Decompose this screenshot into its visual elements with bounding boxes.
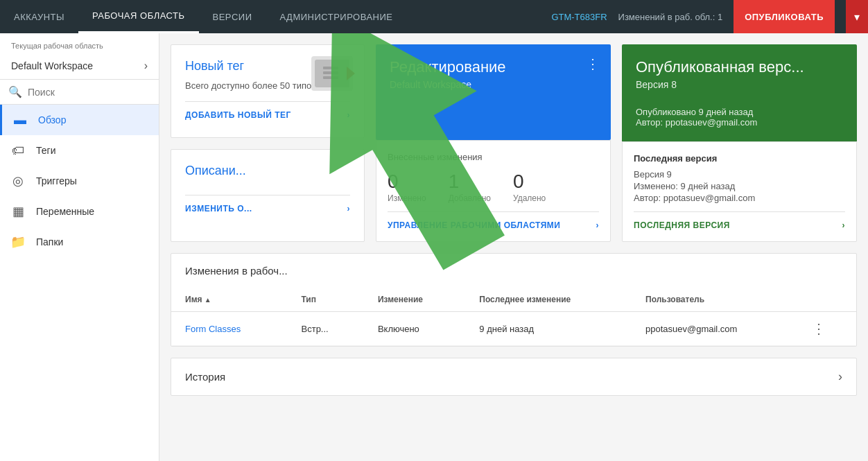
history-label: История [185,371,225,383]
sidebar-item-label: Теги [36,145,55,156]
workspace-label: Текущая рабочая область [0,33,159,53]
nav-workspace[interactable]: РАБОЧАЯ ОБЛАСТЬ [78,0,199,33]
col-name: Имя ▲ [171,288,288,312]
sidebar-item-overview[interactable]: ▬ Обзор [0,105,159,135]
nav-versions[interactable]: ВЕРСИИ [199,0,266,33]
overview-icon: ▬ [13,113,27,127]
version-number: Версия 9 [634,169,845,180]
chevron-right-icon: › [347,110,351,120]
changed-count: 0 Изменено [388,171,426,203]
main-content: Новый тег Всего доступно более 50 типов … [159,33,868,461]
published-author: Автор: ppotasuev@gmail.com [636,117,843,128]
sidebar-item-label: Обзор [38,114,66,125]
chevron-right-icon: › [842,220,846,230]
variables-icon: ▦ [11,205,25,218]
sort-icon: ▲ [205,296,211,304]
search-input[interactable] [28,87,150,98]
col-change: Изменение [364,288,465,312]
table-row: Form Classes Встр... Включено 9 дней наз… [171,312,856,346]
add-new-tag-link[interactable]: ДОБАВИТЬ НОВЫЙ ТЕГ › [185,101,350,120]
gtm-id: GTM-T683FR [551,12,607,22]
workspace-name: Default Workspace [11,60,93,71]
description-title: Описани... [185,164,350,178]
change-description-link[interactable]: ИЗМЕНИТЬ О... › [185,195,350,214]
history-card[interactable]: История › [171,358,857,396]
row-name[interactable]: Form Classes [171,312,288,346]
published-date: Опубликовано 9 дней назад [636,107,843,117]
changes-count-label: Изменений в раб. обл.: 1 [618,12,723,22]
sidebar-item-label: Папки [36,236,63,247]
search-icon: 🔍 [8,85,22,98]
sidebar-item-label: Переменные [36,206,94,217]
tag-svg-icon [322,65,342,82]
editing-card-bottom: Внесенные изменения 0 Изменено 1 Добавле… [376,140,611,242]
chevron-right-icon: › [347,204,351,214]
row-change: Включено [364,312,465,346]
sidebar-item-variables[interactable]: ▦ Переменные [0,196,159,227]
description-card: Описани... ИЗМЕНИТЬ О... › [171,149,365,243]
main-layout: Текущая рабочая область Default Workspac… [0,33,868,461]
more-options-icon[interactable]: ⋮ [586,55,600,72]
row-more[interactable]: ⋮ [798,312,856,346]
search-container: 🔍 [0,80,159,105]
editing-subtitle: Default Workspace [390,79,597,90]
top-navigation: АККАУНТЫ РАБОЧАЯ ОБЛАСТЬ ВЕРСИИ АДМИНИСТ… [0,0,868,33]
editing-card-column: Редактирование Default Workspace ⋮ Внесе… [376,44,611,242]
col-user: Пользователь [632,288,798,312]
deleted-count: 0 Удалено [513,171,546,203]
col-last-change: Последнее изменение [465,288,632,312]
published-info: Опубликовано 9 дней назад Автор: ppotasu… [636,107,843,128]
nav-admin[interactable]: АДМИНИСТРИРОВАНИЕ [266,0,406,33]
cards-row: Новый тег Всего доступно более 50 типов … [171,44,857,242]
workspace-selector[interactable]: Default Workspace › [0,53,159,80]
sidebar-item-triggers[interactable]: ◎ Триггеры [0,166,159,196]
published-card: Опубликованная верс... Версия 8 Опублико… [622,44,857,141]
sidebar: Текущая рабочая область Default Workspac… [0,33,159,461]
last-version-info: Версия 9 Изменено: 9 дней назад Автор: p… [634,169,845,203]
col-type: Тип [288,288,364,312]
svg-rect-0 [323,67,338,69]
last-version-title: Последняя версия [634,153,845,164]
sidebar-item-label: Триггеры [36,175,77,186]
last-version-link[interactable]: ПОСЛЕДНЯЯ ВЕРСИЯ › [634,211,845,230]
chevron-right-icon: › [144,60,148,72]
published-card-column: Опубликованная верс... Версия 8 Опублико… [622,44,857,242]
row-type: Встр... [288,312,364,346]
sidebar-item-tags[interactable]: 🏷 Теги [0,135,159,166]
tags-icon: 🏷 [11,143,25,157]
publish-dropdown-button[interactable]: ▾ [846,0,868,33]
changes-title: Внесенные изменения [388,152,599,162]
editing-title: Редактирование [390,58,597,76]
manage-workspaces-link[interactable]: УПРАВЛЕНИЕ РАБОЧИМИ ОБЛАСТЯМИ › [388,211,599,230]
published-card-bottom: Последняя версия Версия 9 Изменено: 9 дн… [622,141,857,242]
chevron-right-icon: › [838,369,842,384]
published-version-label: Версия 8 [636,79,843,90]
folders-icon: 📁 [11,235,25,249]
col-actions [798,288,856,312]
chevron-right-icon: › [596,220,600,230]
changes-table-card: Изменения в рабоч... Имя ▲ Тип Изменение… [171,253,857,347]
new-tag-card: Новый тег Всего доступно более 50 типов … [171,44,365,138]
svg-rect-1 [323,71,338,74]
sidebar-item-folders[interactable]: 📁 Папки [0,227,159,257]
changes-table-title: Изменения в рабоч... [171,254,856,288]
version-author: Автор: ppotasuev@gmail.com [634,193,845,203]
nav-accounts[interactable]: АККАУНТЫ [0,0,78,33]
svg-rect-2 [323,76,338,79]
added-count: 1 Добавлено [449,171,491,203]
changes-numbers: 0 Изменено 1 Добавлено 0 Удалено [388,171,599,203]
row-last-change: 9 дней назад [465,312,632,346]
triggers-icon: ◎ [11,174,25,188]
row-user: ppotasuev@gmail.com [632,312,798,346]
published-title: Опубликованная верс... [636,58,843,76]
publish-button[interactable]: ОПУБЛИКОВАТЬ [734,0,835,33]
tag-icon [311,56,353,91]
changes-table: Имя ▲ Тип Изменение Последнее изменение … [171,288,856,346]
version-changed: Изменено: 9 дней назад [634,181,845,191]
tag-arrow-icon [347,67,355,80]
editing-card[interactable]: Редактирование Default Workspace ⋮ [376,44,611,140]
